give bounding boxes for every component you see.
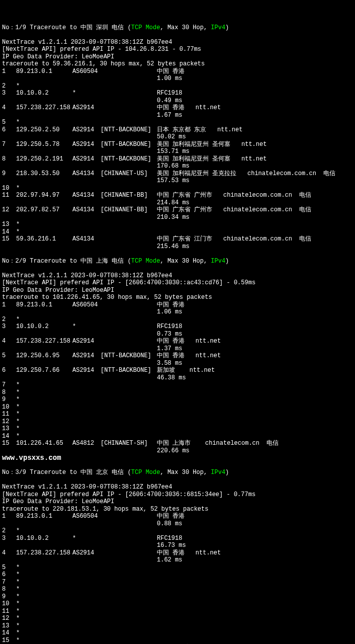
hop-ip: *: [16, 637, 72, 645]
info-geo: IP Geo Data Provider: LeoMoeAPI: [2, 287, 353, 294]
hop-row: 310.10.0.2*RFC1918: [2, 535, 353, 542]
hop-location: RFC1918: [157, 90, 182, 97]
hop-ip: *: [16, 571, 72, 579]
hop-number: 9: [2, 170, 16, 178]
hop-ip: 157.238.227.158: [16, 338, 72, 345]
hop-latency: 1.00 ms: [2, 75, 353, 83]
hop-latency: 46.38 ms: [2, 374, 353, 382]
hop-number: 3: [2, 323, 16, 331]
hop-row: 6*: [2, 571, 353, 579]
hop-latency: 220.66 ms: [2, 447, 353, 455]
info-cmd: traceroute to 220.181.53.1, 30 hops max,…: [2, 506, 353, 513]
hop-number: 8: [2, 586, 16, 593]
hop-ip: *: [16, 622, 72, 630]
hop-number: 3: [2, 90, 16, 97]
hop-netname: [NTT-BACKBONE]: [101, 126, 157, 134]
hop-ip: *: [16, 629, 72, 637]
hop-location: 中国 香港: [157, 513, 185, 520]
hop-number: 15: [2, 637, 16, 645]
hop-row: 4157.238.227.158AS2914中国 香港 ntt.net: [2, 104, 353, 112]
hop-ip: 129.250.2.50: [16, 126, 72, 134]
hop-number: 10: [2, 185, 16, 192]
hop-ip: *: [16, 404, 72, 411]
header-dest: 中国 北京 电信: [80, 469, 124, 476]
hop-location: 中国 广东省 江门市 chinatelecom.com.cn 电信: [157, 235, 311, 243]
hop-row: 9218.30.53.50AS4134[CHINANET-US]美国 加利福尼亚…: [2, 170, 353, 178]
hop-ip: *: [16, 593, 72, 601]
header-index: 1/9: [15, 24, 26, 31]
hop-number: 2: [2, 316, 16, 324]
hop-ip: 89.213.0.1: [16, 68, 72, 75]
hop-number: 5: [2, 564, 16, 572]
hop-row: 13*: [2, 221, 353, 228]
hop-ip: *: [16, 564, 72, 572]
hop-row: 14*: [2, 629, 353, 637]
hop-number: 11: [2, 608, 16, 615]
header-dest: 中国 上海 电信: [80, 258, 124, 265]
hop-netname: [NTT-BACKBONE]: [101, 155, 157, 163]
hop-asn: AS2914: [72, 104, 101, 112]
hop-number: 8: [2, 389, 16, 396]
hop-asn: AS2914: [72, 141, 101, 148]
hop-netname: [CHINANET-BB]: [101, 206, 157, 214]
hop-row: 10*: [2, 185, 353, 192]
hop-latency: 0.73 ms: [2, 331, 353, 338]
hop-row: 10*: [2, 600, 353, 608]
header-mode: TCP Mode: [131, 258, 160, 265]
hop-ip: 89.213.0.1: [16, 301, 72, 309]
hop-location: RFC1918: [157, 535, 182, 542]
hop-ip: *: [16, 433, 72, 440]
hop-row: 310.10.0.2*RFC1918: [2, 90, 353, 97]
hop-number: 14: [2, 228, 16, 236]
hop-ip: *: [16, 381, 72, 389]
hop-row: 11*: [2, 411, 353, 418]
hop-ip: *: [16, 396, 72, 404]
hop-ip: *: [16, 389, 72, 396]
hop-asn: AS2914: [72, 155, 101, 163]
hop-asn: AS2914: [72, 338, 101, 345]
header-hops: Max 30 Hop: [167, 258, 204, 265]
hop-number: 12: [2, 418, 16, 426]
info-cmd: traceroute to 101.226.41.65, 30 hops max…: [2, 294, 353, 301]
hop-row: 8*: [2, 586, 353, 593]
hop-ip: 157.238.227.158: [16, 104, 72, 112]
header-ipver: IPv4: [211, 258, 225, 265]
hop-row: 5129.250.6.95AS2914[NTT-BACKBONE]中国 香港 n…: [2, 352, 353, 360]
hop-row: 310.10.0.2*RFC1918: [2, 323, 353, 331]
hop-location: 中国 广东省 广州市 chinatelecom.com.cn 电信: [157, 192, 311, 199]
header-prefix: No：: [2, 469, 15, 476]
hop-number: 13: [2, 425, 16, 433]
hop-row: 14*: [2, 433, 353, 440]
hop-number: 12: [2, 206, 16, 214]
hop-ip: *: [16, 527, 72, 535]
header-label: Traceroute to: [30, 469, 77, 476]
hop-row: 5*: [2, 564, 353, 572]
info-api: [NextTrace API] prefered API IP - 104.26…: [2, 46, 353, 53]
hop-row: 2*: [2, 83, 353, 90]
hop-asn: *: [72, 90, 101, 97]
hop-ip: 10.10.0.2: [16, 90, 72, 97]
hop-number: 6: [2, 571, 16, 579]
hop-ip: *: [16, 586, 72, 593]
hop-location: 中国 香港 ntt.net: [157, 104, 221, 112]
hop-latency: 3.58 ms: [2, 360, 353, 367]
hop-number: 4: [2, 338, 16, 345]
hop-ip: *: [16, 579, 72, 586]
hop-location: 中国 上海市 chinatelecom.cn 电信: [157, 440, 279, 447]
hop-number: 3: [2, 535, 16, 542]
hop-latency: 16.73 ms: [2, 542, 353, 549]
hop-netname: [CHINANET-BB]: [101, 192, 157, 199]
info-geo: IP Geo Data Provider: LeoMoeAPI: [2, 53, 353, 61]
hop-ip: *: [16, 83, 72, 90]
hop-row: 189.213.0.1AS60504中国 香港: [2, 301, 353, 309]
hop-location: 美国 加利福尼亚州 圣克拉拉 chinatelecom.com.cn 电信: [157, 170, 335, 178]
hop-asn: AS4134: [72, 206, 101, 214]
hop-number: 15: [2, 235, 16, 243]
header-hops: Max 30 Hop: [167, 24, 204, 31]
hop-asn: AS2914: [72, 352, 101, 360]
hop-ip: 101.226.41.65: [16, 440, 72, 447]
hop-ip: 157.238.227.158: [16, 549, 72, 557]
hop-netname: [NTT-BACKBONE]: [101, 141, 157, 148]
hop-number: 14: [2, 433, 16, 440]
hop-row: 5*: [2, 119, 353, 126]
